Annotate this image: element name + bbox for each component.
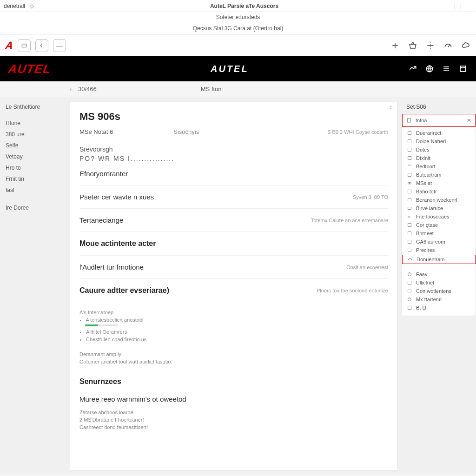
menu-icon[interactable]	[442, 64, 451, 73]
right-item[interactable]: Faav	[402, 270, 476, 278]
right-item-highlight[interactable]: tnfoa ✕	[402, 114, 476, 127]
right-item[interactable]: Preclres	[402, 246, 476, 254]
right-item[interactable]: Dotes	[402, 145, 476, 154]
sidebar-item[interactable]: Ire Doree	[6, 202, 64, 213]
globe-icon[interactable]	[425, 64, 434, 73]
section-dots: PO? WR MS I................	[79, 155, 388, 162]
right-item[interactable]: Duerarirect	[402, 129, 476, 137]
nav-chip-1[interactable]	[18, 39, 31, 52]
section-row[interactable]: Efnoryornranter	[79, 170, 128, 178]
sidebar-item[interactable]: Selfe	[6, 140, 64, 151]
svg-rect-24	[408, 207, 411, 210]
right-item[interactable]: Mx ttartenrl	[402, 295, 476, 304]
right-item[interactable]: Baho tdtr	[402, 187, 476, 196]
section-row[interactable]: Pseter cer wavte n xues	[79, 193, 154, 201]
close-icon[interactable]: ✕	[467, 117, 471, 124]
sidebar-left-heading: Le Sntheltiore	[6, 104, 64, 110]
section-row[interactable]: l'Audlert tur frnotione	[79, 263, 144, 271]
progress-bar	[85, 324, 118, 326]
footnote-1: Deranmant amp ly	[79, 351, 388, 357]
section-row-right: Syven 3. 00 TO	[353, 194, 388, 200]
right-item[interactable]: Fite foosocaes	[402, 212, 476, 221]
sidebar-item[interactable]: 380 ure	[6, 129, 64, 140]
os-chevron-icon: ◇	[30, 3, 34, 9]
svg-rect-30	[408, 281, 411, 284]
meta-category: Sisochyis	[173, 128, 199, 135]
sidebar-item[interactable]: fasl	[6, 185, 64, 196]
section-subtitle: Srevoorsgh	[79, 145, 388, 153]
expand-icon[interactable]	[426, 41, 435, 50]
sidebar-item[interactable]: Vetoay.	[6, 151, 64, 162]
window-icon[interactable]	[458, 64, 468, 73]
right-item[interactable]: Ullictnet	[402, 278, 476, 287]
right-item[interactable]: Cor çtase	[402, 221, 476, 229]
bullet-item: Chesttulen coad firentio.us	[86, 337, 388, 342]
sidebar-item[interactable]: Frnit tin	[6, 173, 64, 185]
os-caption: Qecsus Stal 3G Cara at (Otertro bal)	[0, 21, 476, 35]
right-item[interactable]: Bt Ll	[402, 304, 476, 312]
os-left-label: denetrall	[4, 3, 25, 9]
section-row-right: Totemx Calute an ace erremanare	[311, 218, 388, 223]
section-h3: Muree reeo warnmim's ot oweetod	[79, 395, 388, 403]
basket-icon[interactable]	[408, 41, 417, 50]
right-item[interactable]: Doloe Naherl	[402, 137, 476, 145]
breadcrumb-page: MS fton	[201, 86, 222, 93]
svg-rect-19	[408, 173, 411, 177]
share-icon[interactable]	[408, 64, 417, 73]
sidebar-right-title: Set·S06	[402, 102, 476, 114]
doc-icon	[406, 118, 412, 123]
breadcrumb: ‹ 30/466 MS fton	[0, 81, 476, 97]
browser-toolbar: A —	[0, 35, 476, 56]
tiny-note: Cashreect dond feumasttioert!	[79, 424, 388, 430]
bullets-title: A's thtercatoep	[79, 310, 388, 315]
page-title: MS 906s	[79, 111, 388, 123]
footnote-2: Ootemer ancibet touf watt auirlict fasut…	[79, 359, 388, 364]
brand-logo[interactable]: AUTEL	[7, 62, 52, 76]
section-row[interactable]: Cauure adtter evseriarae)	[79, 286, 169, 295]
svg-rect-12	[460, 66, 466, 72]
os-minimize-icon[interactable]	[455, 3, 461, 9]
plus-icon[interactable]	[390, 41, 400, 50]
os-maximize-icon[interactable]	[466, 3, 472, 9]
right-item-highlight-2[interactable]: Donuentram	[402, 255, 476, 264]
svg-line-7	[448, 45, 450, 47]
breadcrumb-back-icon[interactable]: ‹	[70, 86, 72, 93]
os-subtitle: Soteter e:tursteds	[0, 12, 476, 21]
svg-rect-16	[408, 140, 411, 143]
gauge-icon[interactable]	[443, 41, 453, 50]
nav-chip-minus[interactable]: —	[53, 39, 66, 52]
svg-rect-25	[408, 224, 411, 227]
section-row[interactable]: Moue actintente acter	[79, 239, 156, 248]
right-item[interactable]: MSs at	[402, 179, 476, 187]
right-item[interactable]: Bntneet	[402, 229, 476, 238]
sidebar-item[interactable]: Htone	[6, 118, 64, 129]
right-item-label: tnfoa	[416, 118, 427, 123]
right-item[interactable]: GA6 aureorn	[402, 238, 476, 246]
section-row[interactable]: Tertaneciange	[79, 216, 123, 224]
panel-handle-icon[interactable]: ⠿	[390, 105, 394, 110]
bullet-item: A lhitel Oeramrers	[86, 329, 388, 335]
right-item[interactable]: Blrve iaruce	[402, 204, 476, 212]
right-item[interactable]: Bedtoort	[402, 162, 476, 171]
tiny-note: 2 MS'Dbratane Fhoertcaner!	[79, 417, 388, 423]
sidebar-item[interactable]: Hro to	[6, 162, 64, 173]
nav-chip-back[interactable]	[35, 39, 48, 52]
svg-rect-22	[408, 190, 411, 193]
site-header: AUTEL AUTEL	[0, 56, 476, 81]
svg-rect-27	[408, 240, 411, 244]
svg-rect-34	[408, 306, 411, 310]
section-row-right: Onsit an ecoerrest	[346, 264, 388, 270]
section-row-right: Ploors toa toe soolone enturlize	[317, 288, 388, 293]
meta-model: MSe Notat 6	[79, 128, 113, 135]
svg-point-29	[408, 273, 411, 276]
os-window-bar: denetrall ◇ AuteL Parsie aTe Auscors	[0, 0, 476, 12]
svg-rect-23	[408, 199, 411, 201]
right-item[interactable]: Beranon weekenrl	[402, 196, 476, 204]
cloud-icon[interactable]	[461, 41, 470, 50]
right-item[interactable]: Buteartram	[402, 171, 476, 179]
right-item[interactable]: Dtxinit	[402, 154, 476, 162]
logo-a-icon[interactable]: A	[5, 40, 14, 52]
svg-rect-18	[408, 157, 411, 160]
main-panel: ⠿ MS 906s MSe Notat 6 Sisochyis S B0 2 W…	[70, 102, 398, 471]
right-item[interactable]: Con wotlentens	[402, 287, 476, 295]
